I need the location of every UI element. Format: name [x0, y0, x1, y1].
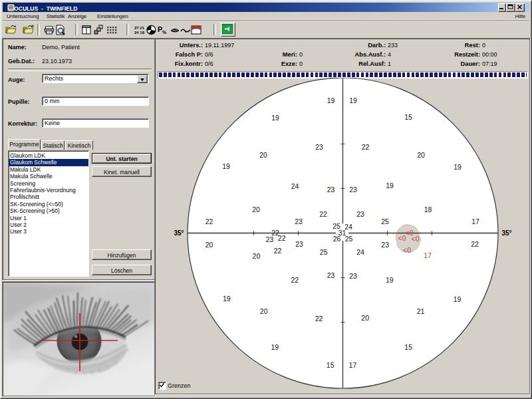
svg-text:15: 15: [404, 113, 412, 121]
svg-text:35°: 35°: [174, 229, 184, 237]
svg-text:22: 22: [362, 143, 370, 151]
svg-text:22: 22: [278, 234, 286, 242]
svg-text:22: 22: [291, 276, 299, 284]
svg-text:20: 20: [252, 205, 260, 213]
svg-text:23: 23: [349, 186, 357, 194]
svg-text:23: 23: [327, 186, 335, 194]
svg-text:19: 19: [454, 163, 462, 171]
svg-text:26: 26: [333, 235, 341, 243]
svg-text:27 21: 27 21: [134, 26, 145, 30]
svg-text:23: 23: [295, 240, 303, 248]
svg-text:22: 22: [274, 247, 282, 255]
svg-text:<0: <0: [398, 234, 406, 242]
svg-text:19: 19: [327, 96, 335, 104]
svg-text:15: 15: [327, 361, 334, 369]
svg-text:19: 19: [271, 343, 279, 351]
svg-text:19: 19: [349, 96, 357, 104]
svg-text:23: 23: [295, 217, 303, 225]
svg-text:22: 22: [205, 217, 213, 225]
svg-text:23: 23: [315, 143, 323, 151]
svg-text:25: 25: [320, 248, 328, 256]
svg-text:18: 18: [424, 205, 432, 213]
svg-text:15: 15: [404, 343, 412, 351]
svg-text:24: 24: [291, 182, 299, 190]
svg-text:20: 20: [205, 241, 213, 249]
svg-text:22: 22: [315, 315, 323, 323]
svg-text:21: 21: [417, 307, 425, 315]
svg-text:23: 23: [356, 210, 364, 218]
svg-text:20: 20: [253, 252, 261, 260]
svg-text:<0: <0: [403, 246, 411, 254]
svg-text:23: 23: [327, 271, 335, 279]
svg-text:20: 20: [259, 151, 267, 159]
svg-text:17: 17: [471, 217, 479, 225]
svg-text:23: 23: [349, 272, 357, 280]
svg-text:23: 23: [266, 235, 274, 243]
svg-text:25: 25: [381, 217, 389, 225]
svg-text:19: 19: [386, 182, 394, 190]
svg-text:22: 22: [319, 210, 327, 218]
svg-text:17: 17: [349, 361, 357, 369]
svg-text:19: 19: [223, 295, 231, 303]
svg-text:19: 19: [222, 162, 230, 170]
svg-text:25: 25: [345, 235, 353, 243]
svg-text:20: 20: [260, 307, 268, 315]
svg-text:23: 23: [381, 241, 389, 249]
svg-text:22: 22: [471, 240, 479, 248]
svg-text:20: 20: [361, 314, 369, 322]
svg-text:19: 19: [271, 114, 279, 122]
svg-text:19: 19: [386, 276, 394, 284]
svg-text:24 18: 24 18: [134, 31, 145, 35]
svg-text:17: 17: [424, 251, 432, 259]
svg-text:%: %: [162, 30, 167, 35]
svg-text:35°: 35°: [501, 229, 511, 237]
svg-text:24: 24: [356, 248, 364, 256]
svg-text:20: 20: [417, 151, 425, 159]
svg-text:19: 19: [454, 295, 462, 303]
svg-text:<0: <0: [412, 235, 420, 243]
